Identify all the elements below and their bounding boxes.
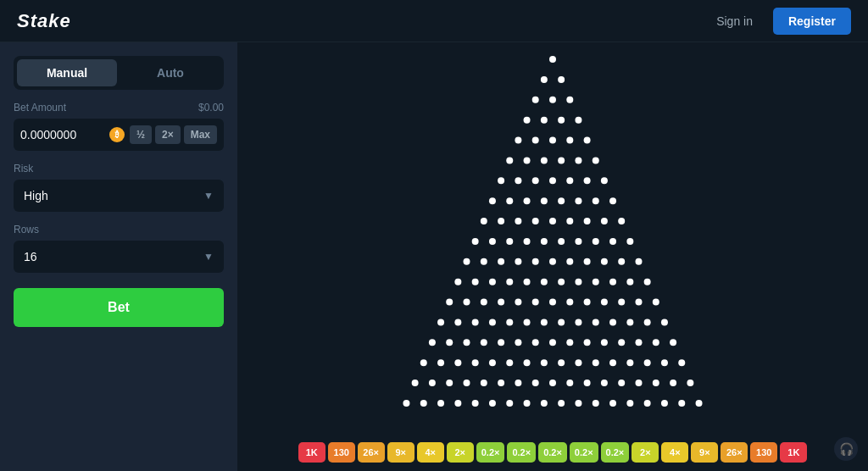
multiplier-badge: 1K — [780, 442, 807, 463]
multiplier-badge: 4× — [417, 442, 444, 463]
multiplier-badge: 0.2× — [476, 442, 505, 463]
multiplier-badge: 9× — [691, 442, 718, 463]
multiplier-badge: 0.2× — [507, 442, 536, 463]
multiplier-badge: 0.2× — [601, 442, 630, 463]
multiplier-badge: 130 — [328, 442, 355, 463]
multiplier-badge: 2× — [447, 442, 474, 463]
game-area: 1K13026×9×4×2×0.2×0.2×0.2×0.2×0.2×2×4×9×… — [237, 42, 868, 471]
coin-icon: ₿ — [109, 127, 125, 142]
register-button[interactable]: Register — [773, 8, 851, 35]
multiplier-badge: 0.2× — [538, 442, 567, 463]
main-layout: Manual Auto Bet Amount $0.00 0.0000000 ₿… — [0, 42, 868, 471]
multiplier-badge: 0.2× — [570, 442, 598, 463]
tab-toggle: Manual Auto — [14, 56, 224, 90]
multiplier-badge: 26× — [358, 442, 385, 463]
rows-label: Rows — [14, 224, 224, 236]
logo: Stake — [17, 10, 71, 32]
max-button[interactable]: Max — [184, 125, 217, 144]
plinko-canvas — [237, 42, 868, 471]
multiplier-badge: 130 — [750, 442, 777, 463]
rows-dropdown[interactable]: 16 ▼ — [14, 241, 224, 273]
bet-amount-label: Bet Amount $0.00 — [14, 102, 224, 114]
chevron-down-icon: ▼ — [203, 251, 214, 263]
bet-amount-input[interactable]: 0.0000000 — [20, 128, 104, 141]
sign-in-button[interactable]: Sign in — [706, 9, 763, 33]
bet-button[interactable]: Bet — [14, 288, 224, 327]
bet-action-buttons: ½ 2× Max — [130, 125, 217, 144]
half-button[interactable]: ½ — [130, 125, 152, 144]
risk-section: Risk High ▼ — [14, 163, 224, 212]
tab-manual[interactable]: Manual — [17, 59, 117, 86]
multiplier-badge: 26× — [721, 442, 748, 463]
risk-value: High — [24, 189, 48, 202]
bet-amount-section: Bet Amount $0.00 0.0000000 ₿ ½ 2× Max — [14, 102, 224, 151]
rows-section: Rows 16 ▼ — [14, 224, 224, 273]
header: Stake Sign in Register — [0, 0, 868, 42]
risk-label: Risk — [14, 163, 224, 175]
header-actions: Sign in Register — [706, 8, 851, 35]
chevron-down-icon: ▼ — [203, 190, 214, 202]
multiplier-bar: 1K13026×9×4×2×0.2×0.2×0.2×0.2×0.2×2×4×9×… — [237, 442, 868, 463]
risk-dropdown[interactable]: High ▼ — [14, 180, 224, 212]
bet-input-row: 0.0000000 ₿ ½ 2× Max — [14, 119, 224, 151]
double-button[interactable]: 2× — [155, 125, 181, 144]
multiplier-badge: 4× — [661, 442, 688, 463]
rows-value: 16 — [24, 250, 37, 263]
multiplier-badge: 2× — [632, 442, 659, 463]
multiplier-badge: 1K — [298, 442, 326, 463]
tab-auto[interactable]: Auto — [120, 59, 220, 86]
headphone-icon[interactable]: 🎧 — [834, 437, 858, 461]
multiplier-badge: 9× — [387, 442, 415, 463]
sidebar: Manual Auto Bet Amount $0.00 0.0000000 ₿… — [0, 42, 237, 471]
